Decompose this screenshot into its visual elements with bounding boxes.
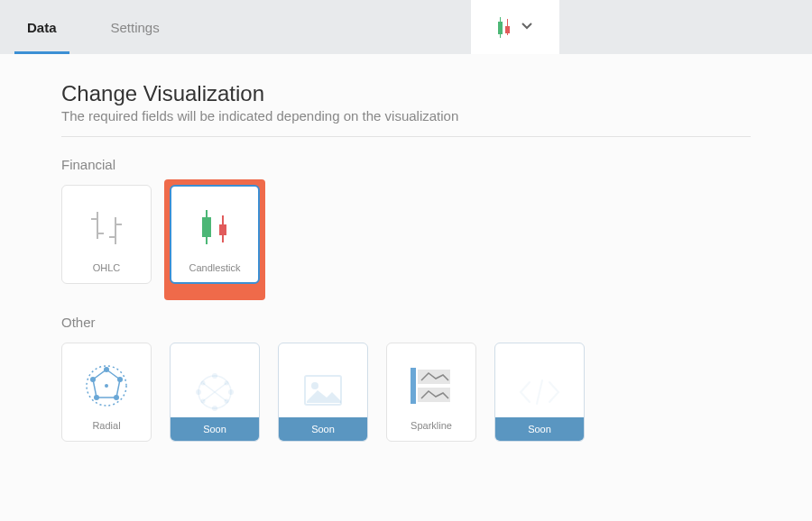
svg-point-27 xyxy=(225,399,229,404)
code-icon xyxy=(495,360,584,425)
svg-point-17 xyxy=(105,384,108,388)
card-label: Soon xyxy=(171,417,259,441)
highlight-box: Candlestick xyxy=(164,179,265,300)
svg-point-13 xyxy=(117,377,123,382)
viz-card-code-soon[interactable]: Soon xyxy=(494,343,585,442)
candlestick-icon xyxy=(171,196,258,260)
page-subtitle: The required fields will be indicated de… xyxy=(61,108,751,123)
tab-settings-label: Settings xyxy=(111,20,160,35)
svg-point-16 xyxy=(90,377,96,382)
ohlc-icon xyxy=(62,196,151,260)
card-label: Sparkline xyxy=(411,420,452,431)
tab-settings[interactable]: Settings xyxy=(84,0,187,54)
other-cards-row: Radial xyxy=(61,343,751,442)
svg-point-14 xyxy=(114,395,119,400)
svg-rect-31 xyxy=(411,368,416,404)
svg-point-23 xyxy=(212,406,217,411)
svg-point-22 xyxy=(228,389,234,395)
viz-card-network-soon[interactable]: Soon xyxy=(170,343,260,442)
svg-rect-7 xyxy=(202,217,211,237)
page-title: Change Visualization xyxy=(61,81,751,106)
svg-point-26 xyxy=(225,381,229,386)
viz-card-image-soon[interactable]: Soon xyxy=(278,343,368,442)
card-label: Radial xyxy=(92,420,120,431)
svg-point-15 xyxy=(94,395,99,400)
image-icon xyxy=(279,360,367,425)
svg-point-12 xyxy=(104,367,109,372)
viz-card-radial[interactable]: Radial xyxy=(61,343,152,442)
visualization-selector-dropdown[interactable] xyxy=(471,0,559,54)
network-icon xyxy=(171,360,259,425)
card-label: Soon xyxy=(279,417,367,441)
divider xyxy=(61,136,751,137)
radial-icon xyxy=(62,353,151,418)
svg-line-34 xyxy=(537,380,542,404)
section-label-other: Other xyxy=(61,315,751,330)
financial-cards-row: OHLC Candlestick xyxy=(61,185,751,284)
card-label: Soon xyxy=(495,417,584,441)
viz-card-candlestick[interactable]: Candlestick xyxy=(170,185,260,284)
viz-card-sparkline[interactable]: Sparkline xyxy=(386,343,476,442)
card-label: OHLC xyxy=(93,262,121,273)
svg-point-30 xyxy=(311,382,318,389)
svg-point-21 xyxy=(212,373,217,379)
svg-rect-9 xyxy=(219,224,226,235)
tab-data[interactable]: Data xyxy=(0,0,84,54)
sparkline-icon xyxy=(387,353,475,418)
candlestick-icon xyxy=(498,17,510,38)
svg-point-24 xyxy=(196,389,201,395)
tab-data-label: Data xyxy=(27,20,57,35)
chevron-down-icon xyxy=(521,19,533,35)
svg-point-28 xyxy=(201,399,206,404)
change-visualization-panel: Change Visualization The required fields… xyxy=(0,54,812,521)
tabs-bar: Data Settings xyxy=(0,0,812,54)
section-label-financial: Financial xyxy=(61,157,751,172)
viz-card-ohlc[interactable]: OHLC xyxy=(61,185,152,284)
card-label: Candlestick xyxy=(189,262,241,273)
svg-marker-11 xyxy=(93,370,120,398)
svg-point-25 xyxy=(201,381,206,386)
